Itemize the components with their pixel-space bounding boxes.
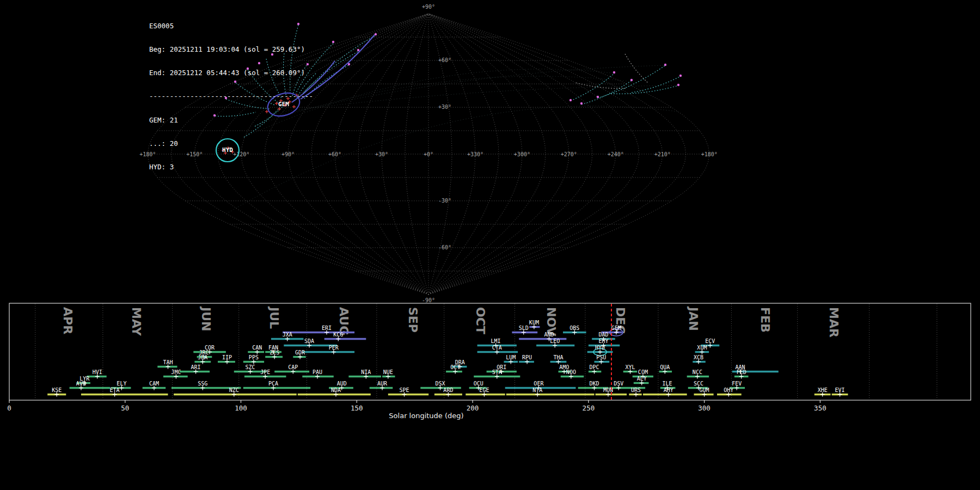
shower-label-ocu: OCU — [474, 381, 483, 387]
shower-label-zcs: ZCS — [270, 350, 279, 356]
shower-label-oer: OER — [534, 381, 544, 387]
shower-label-aur: AUR — [377, 381, 388, 387]
x-tick-label: 0 — [7, 404, 11, 412]
svg-text:+240°: +240° — [608, 151, 624, 157]
shower-label-leo: LEO — [550, 338, 560, 344]
x-tick-label: 200 — [467, 404, 479, 412]
month-label-jun: JUN — [199, 306, 213, 331]
month-label-sep: SEP — [406, 307, 420, 333]
shower-label-nda: NDA — [331, 387, 341, 393]
shower-label-gum: GUM — [700, 387, 709, 393]
shower-label-oct: OCT — [450, 364, 460, 370]
shower-label-ecv: ECV — [705, 338, 715, 344]
svg-text:+180°: +180° — [701, 151, 718, 157]
shower-label-per: PER — [329, 345, 339, 351]
shower-label-com: COM — [638, 369, 648, 375]
shower-label-xyl: XYL — [625, 364, 635, 370]
x-tick-label: 300 — [698, 404, 710, 412]
svg-text:+270°: +270° — [561, 151, 577, 157]
x-axis-title: Solar longitude (deg) — [389, 412, 463, 420]
begin-time: Beg: 20251211 19:03:04 (sol = 259.63°) — [149, 46, 313, 53]
shower-label-nzc: NZC — [229, 387, 239, 393]
shower-label-xhe: XHE — [818, 387, 828, 393]
shower-label-eri: ERI — [322, 325, 332, 331]
month-label-apr: APR — [61, 307, 75, 334]
shower-label-dsv: DSV — [614, 381, 623, 387]
shower-label-ari: ARI — [191, 364, 201, 370]
shower-label-pau: PAU — [313, 369, 322, 375]
shower-label-lmi: LMI — [491, 338, 501, 344]
month-label-feb: FEB — [758, 307, 772, 333]
shower-label-nue: NUE — [383, 369, 393, 375]
shower-label-sld: SLD — [519, 325, 529, 331]
shower-label-aud: AUD — [337, 381, 347, 387]
shower-label-hyd: HYD — [595, 345, 605, 351]
shower-label-qua: QUA — [660, 364, 670, 370]
x-axis: 050100150200250300350Solar longitude (de… — [7, 400, 826, 420]
count-sporadic: ...: 20 — [149, 140, 313, 148]
shower-label-tah: TAH — [163, 359, 173, 365]
svg-text:+300°: +300° — [514, 151, 530, 157]
showers: KUMERISLDOBSGEMJXAKCGANDDADSDALMILEOEHYE… — [47, 320, 848, 397]
shower-label-rpu: RPU — [522, 354, 532, 360]
shower-label-pps: PPS — [249, 354, 259, 360]
month-label-jan: JAN — [687, 306, 700, 331]
shower-label-jpe: JPE — [260, 369, 270, 375]
shower-label-ege: EGE — [479, 387, 489, 393]
svg-text:+30°: +30° — [375, 151, 388, 157]
svg-text:+60°: +60° — [328, 151, 341, 157]
observation-info: ES0005 Beg: 20251211 19:03:04 (sol = 259… — [149, 7, 313, 187]
shower-label-avb: AVB — [76, 381, 86, 387]
shower-label-ahy: AHY — [664, 387, 673, 393]
month-label-jul: JUL — [267, 306, 281, 329]
shower-label-fed: FED — [737, 369, 746, 375]
station-id: ES0005 — [149, 22, 313, 30]
shower-label-cam: CAM — [149, 381, 159, 387]
svg-text:-60°: -60° — [438, 244, 451, 250]
shower-label-lum: LUM — [506, 354, 516, 360]
x-tick-label: 100 — [235, 404, 247, 412]
svg-text:+90°: +90° — [422, 4, 435, 10]
svg-text:-90°: -90° — [422, 297, 435, 303]
end-time: End: 20251212 05:44:43 (sol = 260.09°) — [149, 69, 313, 77]
shower-label-jxa: JXA — [283, 332, 292, 338]
month-label-mar: MAR — [827, 307, 841, 338]
shower-label-tha: THA — [553, 354, 563, 360]
shower-label-pca: PCA — [268, 381, 278, 387]
shower-label-dpc: DPC — [589, 364, 599, 370]
count-hyd: HYD: 3 — [149, 163, 313, 171]
shower-label-xcb: XCB — [694, 354, 703, 360]
svg-text:+210°: +210° — [654, 151, 671, 157]
svg-text:+30°: +30° — [438, 104, 451, 110]
shower-label-and: AND — [544, 332, 554, 338]
shower-label-ile: ILE — [662, 381, 672, 387]
meteor-observation-figure: +180°+150°+120°+90°+60°+30°+0°+330°+300°… — [0, 0, 980, 490]
shower-label-jmc: JMC — [171, 369, 181, 375]
svg-text:-30°: -30° — [438, 198, 451, 204]
shower-label-cta: CTA — [492, 345, 502, 351]
shower-label-can: CAN — [252, 345, 262, 351]
shower-label-gdr: GDR — [295, 350, 305, 356]
svg-text:+60°: +60° — [438, 57, 451, 63]
shower-label-hvi: HVI — [93, 369, 102, 375]
shower-label-ohy: OHY — [724, 387, 733, 393]
x-tick-label: 350 — [814, 404, 826, 412]
shower-label-ncc: NCC — [693, 369, 702, 375]
shower-label-sta: STA — [492, 369, 502, 375]
shower-label-aly: ALY — [637, 376, 647, 382]
shower-label-eta: ETA — [110, 387, 120, 393]
separator-line: ---------------------------------------- — [149, 93, 313, 100]
svg-text:+330°: +330° — [467, 151, 483, 157]
shower-label-nta: NTA — [532, 387, 542, 393]
shower-label-kum: KUM — [529, 320, 539, 326]
shower-label-scc: SCC — [694, 381, 703, 387]
shower-label-kcg: KCG — [333, 332, 343, 338]
shower-label-ard: ARD — [443, 387, 453, 393]
shower-label-ehy: EHY — [598, 338, 608, 344]
activity-timeline: APRMAYJUNJULAUGSEPOCTNOVDECJANFEBMARKUME… — [7, 303, 971, 420]
shower-label-ely: ELY — [117, 381, 126, 387]
count-gem: GEM: 21 — [149, 117, 313, 124]
shower-label-cap: CAP — [288, 364, 298, 370]
shower-label-szc: SZC — [246, 364, 255, 370]
x-tick-label: 50 — [121, 404, 129, 412]
